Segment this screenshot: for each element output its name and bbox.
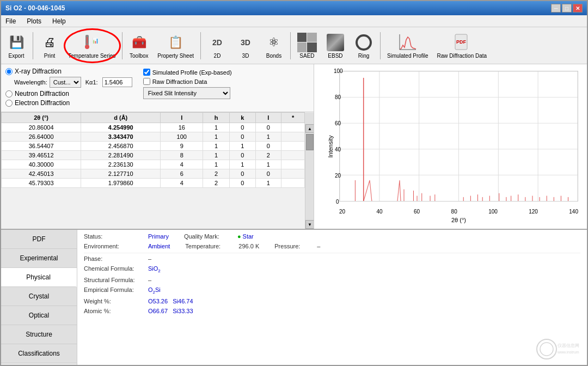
cell-2theta: 20.86004	[2, 123, 81, 132]
table-scrollbar[interactable]: ▲ ▼	[305, 124, 314, 229]
electron-radio[interactable]	[5, 100, 13, 107]
bonds-icon: ⚛	[264, 33, 284, 52]
tab-structure[interactable]: Structure	[1, 325, 77, 344]
cell-I: 4	[161, 160, 203, 169]
chart-inner	[339, 71, 578, 202]
tab-crystal[interactable]: Crystal	[1, 287, 77, 306]
cell-2theta: 42.45013	[2, 169, 81, 179]
cell-l: 0	[255, 142, 281, 151]
cell-I: 6	[161, 169, 203, 179]
watermark: 仪器信息网 www.instrument.com.cn	[536, 338, 579, 362]
cell-k: 1	[230, 160, 255, 169]
xray-radio[interactable]	[5, 68, 13, 75]
col-k: k	[230, 113, 255, 123]
col-d: d (Å)	[81, 113, 161, 123]
tab-experimental[interactable]: Experimental	[1, 249, 77, 268]
neutron-radio[interactable]	[5, 90, 13, 97]
export-icon: 💾	[7, 33, 26, 52]
scroll-down-button[interactable]: ▼	[305, 220, 314, 229]
cell-k: 0	[230, 169, 255, 179]
chart-svg	[340, 71, 578, 201]
col-I: I	[161, 113, 203, 123]
print-button[interactable]: 🖨 Print	[36, 32, 63, 60]
raw-diffraction-label: Raw Diffraction Data	[437, 53, 487, 59]
wavelength-select[interactable]: Cust...	[50, 77, 81, 88]
simulated-profile-label: Simulated Profile	[387, 53, 428, 59]
simulated-profile-icon	[398, 33, 418, 52]
scroll-thumb[interactable]	[306, 134, 314, 150]
cell-d: 2.236130	[81, 160, 161, 169]
bonds-label: Bonds	[266, 53, 281, 59]
simulated-profile-button[interactable]: Simulated Profile	[384, 32, 432, 60]
saed-button[interactable]: SAED	[294, 32, 320, 60]
status-label: Status:	[84, 233, 144, 240]
cell-h: 1	[203, 132, 230, 142]
tab-optical[interactable]: Optical	[1, 306, 77, 325]
x-tick-140: 140	[569, 209, 578, 215]
toolbar: 💾 Export 🖨 Print 📊 Temperature Series	[1, 27, 587, 64]
chart-area: Intensity	[314, 64, 587, 229]
raw-diffraction-checkbox[interactable]	[143, 78, 150, 85]
table-row: 39.46512 2.281490 8 1 0 2	[2, 151, 314, 160]
bottom-panel: PDF Experimental Physical Crystal Optica…	[1, 229, 587, 365]
raw-diffraction-button[interactable]: PDF Raw Diffraction Data	[434, 32, 491, 60]
temperature-series-button[interactable]: 📊 Temperature Series	[65, 32, 119, 60]
cell-2theta: 45.79303	[2, 179, 81, 188]
2d-label: 2D	[214, 53, 221, 59]
diffraction-controls: X-ray Diffraction Wavelength: Cust... Kα…	[1, 64, 314, 112]
col-scroll	[305, 113, 314, 123]
main-area: X-ray Diffraction Wavelength: Cust... Kα…	[1, 64, 587, 229]
kalpha-input[interactable]	[102, 77, 132, 87]
simulated-profile-check-label: Simulated Profile (Exp-based)	[152, 69, 232, 76]
cell-2theta: 36.54407	[2, 142, 81, 151]
bonds-button[interactable]: ⚛ Bonds	[261, 32, 287, 60]
slit-select[interactable]: Fixed Slit Intensity	[143, 87, 230, 99]
cell-2theta: 39.46512	[2, 151, 81, 160]
ring-button[interactable]: Ring	[351, 32, 377, 60]
cell-h: 2	[203, 169, 230, 179]
cell-l: 0	[255, 123, 281, 132]
property-sheet-button[interactable]: 📋 Property Sheet	[154, 32, 197, 60]
minimize-button[interactable]: ─	[551, 4, 561, 13]
tab-pdf[interactable]: PDF	[1, 230, 77, 249]
table-row: 40.30000 2.236130 4 1 1 1	[2, 160, 314, 169]
weight-pct-value: O53.26 Si46.74	[148, 298, 193, 304]
y-axis-label: Intensity	[327, 136, 334, 158]
phase-value: –	[148, 255, 151, 262]
ring-label: Ring	[358, 53, 370, 59]
toolbox-button[interactable]: 🧰 Toolbox	[126, 32, 152, 60]
cell-2theta: 40.30000	[2, 160, 81, 169]
menu-help[interactable]: Help	[50, 17, 68, 26]
cell-h: 1	[203, 160, 230, 169]
electron-row: Electron Diffraction	[5, 99, 132, 107]
quality-label: Quality Mark:	[184, 233, 233, 240]
tab-classifications[interactable]: Classifications	[1, 344, 77, 363]
wavelength-row: Wavelength: Cust... Kα1:	[14, 77, 132, 88]
cell-I: 4	[161, 179, 203, 188]
tab-physical[interactable]: Physical	[1, 268, 77, 287]
x-tick-120: 120	[529, 209, 538, 215]
scroll-up-button[interactable]: ▲	[305, 124, 314, 133]
menu-plots[interactable]: Plots	[24, 17, 44, 26]
2d-icon: 2D	[207, 33, 227, 52]
3d-button[interactable]: 3D 3D	[232, 32, 259, 60]
2d-button[interactable]: 2D 2D	[204, 32, 230, 60]
cell-star	[281, 132, 305, 142]
simulated-profile-checkbox[interactable]	[143, 69, 150, 76]
close-button[interactable]: ✕	[573, 4, 583, 13]
cell-l: 1	[255, 160, 281, 169]
cell-h: 1	[203, 151, 230, 160]
export-button[interactable]: 💾 Export	[3, 32, 29, 60]
empirical-formula-label: Empirical Formula:	[84, 286, 144, 293]
maximize-button[interactable]: □	[562, 4, 572, 13]
window-controls: ─ □ ✕	[551, 4, 583, 13]
scroll-track	[305, 133, 314, 220]
cell-I: 9	[161, 142, 203, 151]
chem-formula-label: Chemical Formula:	[84, 265, 144, 272]
electron-label: Electron Diffraction	[15, 99, 70, 107]
menu-file[interactable]: File	[3, 17, 18, 26]
temp-value: 296.0 K	[238, 243, 259, 249]
ebsd-button[interactable]: EBSD	[322, 32, 348, 60]
toolbar-sep-3	[200, 32, 201, 59]
cell-k: 1	[230, 142, 255, 151]
